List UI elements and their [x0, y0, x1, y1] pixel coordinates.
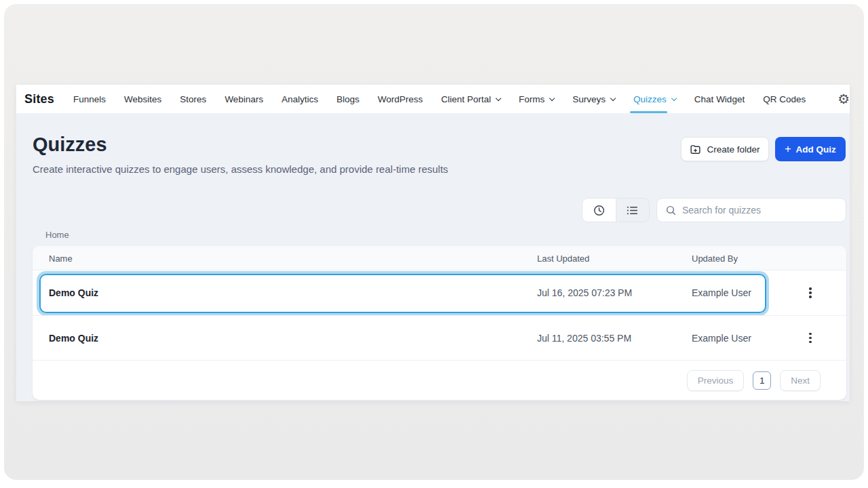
list-view-button[interactable] [616, 199, 650, 222]
nav-item-funnels[interactable]: Funnels [73, 85, 106, 113]
nav-item-websites[interactable]: Websites [124, 85, 161, 113]
column-header-name: Name [49, 253, 73, 263]
search-icon [665, 205, 677, 216]
search-input[interactable] [682, 205, 837, 216]
previous-page-button[interactable]: Previous [687, 370, 745, 391]
breadcrumb[interactable]: Home [45, 230, 69, 240]
nav-item-qr-codes[interactable]: QR Codes [763, 85, 806, 113]
table-row[interactable]: Demo Quiz Jul 11, 2025 03:55 PM Example … [33, 315, 846, 360]
page-subtitle: Create interactive quizzes to engage use… [33, 163, 448, 175]
search-box [656, 198, 846, 222]
nav-item-blogs[interactable]: Blogs [336, 85, 359, 113]
view-toggle [582, 198, 650, 222]
nav-item-surveys[interactable]: Surveys [572, 85, 615, 113]
list-icon [626, 204, 639, 217]
chevron-down-icon [610, 95, 616, 100]
selection-ring [39, 274, 766, 313]
nav-item-quizzes-active[interactable]: Quizzes [633, 85, 676, 113]
plus-icon: + [785, 144, 791, 155]
chevron-down-icon [671, 95, 677, 100]
column-header-last-updated: Last Updated [537, 253, 589, 263]
chevron-down-icon [496, 95, 501, 100]
nav-item-client-portal[interactable]: Client Portal [441, 85, 501, 113]
quiz-name: Demo Quiz [49, 287, 98, 298]
nav-item-wordpress[interactable]: WordPress [378, 85, 423, 113]
quiz-updated-by: Example User [692, 287, 751, 298]
add-quiz-label: Add Quiz [796, 144, 836, 155]
create-folder-button[interactable]: Create folder [681, 137, 769, 161]
create-folder-label: Create folder [707, 144, 760, 155]
gear-icon[interactable]: ⚙ [837, 92, 850, 106]
page-frame: Sites Funnels Websites Stores Webinars A… [4, 4, 864, 480]
kebab-menu-icon[interactable] [804, 284, 816, 302]
add-quiz-button[interactable]: + Add Quiz [775, 137, 846, 161]
page-number-button[interactable]: 1 [753, 371, 771, 390]
page-title: Quizzes [33, 134, 107, 156]
app-window: Sites Funnels Websites Stores Webinars A… [16, 85, 850, 401]
nav-item-forms[interactable]: Forms [519, 85, 554, 113]
top-navbar: Sites Funnels Websites Stores Webinars A… [16, 85, 850, 113]
chevron-down-icon [549, 95, 555, 100]
kebab-menu-icon[interactable] [804, 329, 816, 347]
clock-icon [593, 204, 606, 217]
page-content: Quizzes Create interactive quizzes to en… [16, 113, 850, 401]
next-page-button[interactable]: Next [780, 370, 821, 391]
folder-plus-icon [690, 144, 701, 155]
quizzes-table-card: Name Last Updated Updated By Demo Quiz J… [33, 246, 846, 400]
recent-view-button[interactable] [583, 199, 616, 222]
nav-item-stores[interactable]: Stores [180, 85, 206, 113]
quiz-last-updated: Jul 16, 2025 07:23 PM [537, 287, 632, 298]
pagination: Previous 1 Next [33, 360, 846, 400]
nav-item-analytics[interactable]: Analytics [281, 85, 318, 113]
quiz-updated-by: Example User [692, 333, 751, 344]
brand-logo: Sites [24, 92, 54, 106]
nav-item-webinars[interactable]: Webinars [224, 85, 263, 113]
table-row-selected[interactable]: Demo Quiz Jul 16, 2025 07:23 PM Example … [33, 270, 846, 315]
nav-item-chat-widget[interactable]: Chat Widget [694, 85, 745, 113]
column-header-updated-by: Updated By [692, 253, 738, 263]
table-header-row: Name Last Updated Updated By [33, 246, 846, 270]
quiz-last-updated: Jul 11, 2025 03:55 PM [537, 333, 631, 344]
quiz-name: Demo Quiz [49, 333, 98, 344]
